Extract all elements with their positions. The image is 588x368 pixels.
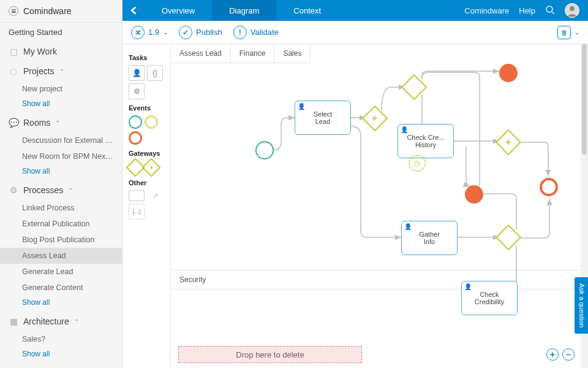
brand-link[interactable]: Comindware bbox=[464, 6, 509, 15]
delete-button[interactable]: 🗑 ⌄ bbox=[557, 26, 579, 39]
search-icon[interactable] bbox=[545, 5, 555, 17]
start-event[interactable] bbox=[255, 141, 274, 159]
lane-security[interactable]: Security bbox=[171, 270, 588, 289]
lane-assess-lead[interactable]: Assess Lead bbox=[171, 44, 231, 63]
nav-label: My Work bbox=[23, 47, 57, 56]
scrollbar-thumb[interactable] bbox=[582, 44, 587, 155]
task-label: Check Credibility bbox=[475, 291, 504, 305]
check-icon: ✓ bbox=[179, 26, 192, 39]
sidebar-item-process-assess-lead[interactable]: Assess Lead bbox=[0, 248, 122, 264]
end-event[interactable] bbox=[465, 185, 483, 204]
sidebar-item-process[interactable]: Linked Process bbox=[0, 200, 122, 216]
workspace: Tasks 👤 {} ⚙ Events Gateways bbox=[123, 44, 588, 368]
palette-intermediate-event[interactable] bbox=[145, 115, 158, 129]
nav-records[interactable]: ▤ Records ⌃ bbox=[0, 363, 122, 368]
task-gather-info[interactable]: 👤 Gather Info bbox=[401, 221, 458, 255]
version-label: 1.9 bbox=[148, 28, 159, 37]
tab-diagram[interactable]: Diagram bbox=[212, 0, 276, 21]
architecture-show-all[interactable]: Show all bbox=[0, 347, 122, 363]
task-label: Select Lead bbox=[314, 110, 333, 125]
back-button[interactable] bbox=[123, 0, 145, 21]
ask-label: Ask a question bbox=[578, 283, 586, 328]
processes-show-all[interactable]: Show all bbox=[0, 296, 122, 312]
brand-header[interactable]: ≡ Comindware bbox=[0, 0, 122, 23]
nav-getting-started[interactable]: Getting Started bbox=[0, 23, 122, 42]
nav-label: Getting Started bbox=[9, 28, 62, 37]
palette-start-event[interactable] bbox=[129, 115, 142, 129]
sidebar-item-new-project[interactable]: New project bbox=[0, 81, 122, 97]
task-select-lead[interactable]: 👤 Select Lead bbox=[295, 101, 351, 135]
tab-context[interactable]: Context bbox=[276, 0, 338, 21]
nav-my-work[interactable]: ▢ My Work bbox=[0, 42, 122, 61]
palette-events-label: Events bbox=[129, 104, 164, 112]
sidebar-item-arch[interactable]: Sales? bbox=[0, 331, 122, 347]
nav-label: Rooms bbox=[23, 118, 50, 128]
rooms-icon: 💬 bbox=[9, 118, 18, 128]
user-icon: 👤 bbox=[298, 103, 305, 110]
chevron-up-icon: ⌃ bbox=[74, 318, 79, 325]
validate-button[interactable]: ! Validate bbox=[233, 26, 279, 39]
rooms-show-all[interactable]: Show all bbox=[0, 164, 122, 180]
exclusive-gateway[interactable] bbox=[496, 224, 521, 250]
palette-user-task[interactable]: 👤 bbox=[129, 65, 145, 81]
lane-sales[interactable]: Sales bbox=[274, 44, 311, 63]
nav-architecture[interactable]: ▦ Architecture ⌃ bbox=[0, 312, 122, 331]
palette-annotation[interactable]: [...] bbox=[129, 204, 145, 220]
projects-icon: ◌ bbox=[9, 66, 18, 76]
palette-gateways-label: Gateways bbox=[129, 150, 164, 157]
publish-label: Publish bbox=[196, 28, 222, 37]
timer-event[interactable]: ◷ bbox=[409, 155, 426, 172]
parallel-gateway[interactable]: + bbox=[496, 129, 521, 155]
sidebar-item-process[interactable]: Generate Content bbox=[0, 280, 122, 296]
tab-overview[interactable]: Overview bbox=[145, 0, 212, 21]
palette-tasks-label: Tasks bbox=[129, 54, 164, 61]
projects-show-all[interactable]: Show all bbox=[0, 97, 122, 113]
sidebar-item-process[interactable]: Generate Lead bbox=[0, 264, 122, 280]
palette-pool[interactable] bbox=[129, 190, 145, 201]
palette: Tasks 👤 {} ⚙ Events Gateways bbox=[123, 44, 170, 368]
lane-finance[interactable]: Finance bbox=[231, 44, 275, 63]
parallel-gateway[interactable]: + bbox=[362, 105, 388, 131]
zoom-out-button[interactable]: − bbox=[562, 348, 575, 361]
sidebar: ≡ Comindware Getting Started ▢ My Work ◌… bbox=[0, 0, 123, 368]
brand-name: Comindware bbox=[23, 6, 72, 16]
publish-button[interactable]: ✓ Publish bbox=[179, 26, 222, 39]
canvas[interactable]: Assess Lead Finance Sales Security bbox=[170, 44, 588, 368]
sidebar-item-process[interactable]: Blog Post Publication bbox=[0, 232, 122, 248]
nav-label: Architecture bbox=[23, 316, 69, 326]
user-icon: 👤 bbox=[464, 283, 472, 290]
palette-parallel-gateway[interactable]: + bbox=[141, 158, 160, 177]
nav-processes[interactable]: ⚙ Processes ⌃ bbox=[0, 180, 122, 200]
palette-sequence-flow[interactable]: ↗ bbox=[147, 190, 163, 201]
sidebar-item-room[interactable]: Descussion for External Publ... bbox=[0, 132, 122, 148]
zoom-in-button[interactable]: + bbox=[546, 348, 559, 361]
palette-service-task[interactable]: ⚙ bbox=[129, 83, 145, 99]
svg-point-3 bbox=[570, 6, 575, 11]
end-event[interactable] bbox=[499, 64, 518, 82]
sidebar-item-process[interactable]: External Publication bbox=[0, 216, 122, 232]
palette-end-event[interactable] bbox=[129, 131, 142, 145]
ask-question-tab[interactable]: Ask a question bbox=[575, 277, 588, 334]
palette-script-task[interactable]: {} bbox=[147, 65, 163, 81]
chevron-up-icon: ⌃ bbox=[59, 68, 64, 75]
version-selector[interactable]: ⤨ 1.9 ⌄ bbox=[131, 26, 168, 39]
help-link[interactable]: Help bbox=[519, 6, 535, 15]
nav-projects[interactable]: ◌ Projects ⌃ bbox=[0, 61, 122, 81]
nav-label: Projects bbox=[23, 66, 55, 76]
shuffle-icon: ⤨ bbox=[131, 26, 145, 39]
palette-other-label: Other bbox=[129, 179, 164, 186]
delete-drop-zone[interactable]: Drop here to delete bbox=[178, 346, 362, 363]
exclusive-gateway[interactable] bbox=[401, 74, 427, 100]
nav-rooms[interactable]: 💬 Rooms ⌃ bbox=[0, 113, 122, 132]
zoom-controls: + − bbox=[546, 348, 575, 361]
sidebar-item-room[interactable]: New Room for BPM Next De... bbox=[0, 148, 122, 164]
user-avatar[interactable] bbox=[565, 3, 579, 18]
task-label: Check Cre... History bbox=[407, 134, 444, 148]
user-icon: 👤 bbox=[401, 126, 408, 133]
user-icon: 👤 bbox=[404, 223, 412, 230]
end-event-open[interactable] bbox=[540, 178, 558, 196]
chevron-down-icon: ⌄ bbox=[575, 29, 579, 36]
task-check-history[interactable]: 👤 Check Cre... History bbox=[398, 124, 454, 158]
architecture-icon: ▦ bbox=[9, 316, 18, 326]
task-check-credibility[interactable]: 👤 Check Credibility bbox=[461, 281, 518, 315]
